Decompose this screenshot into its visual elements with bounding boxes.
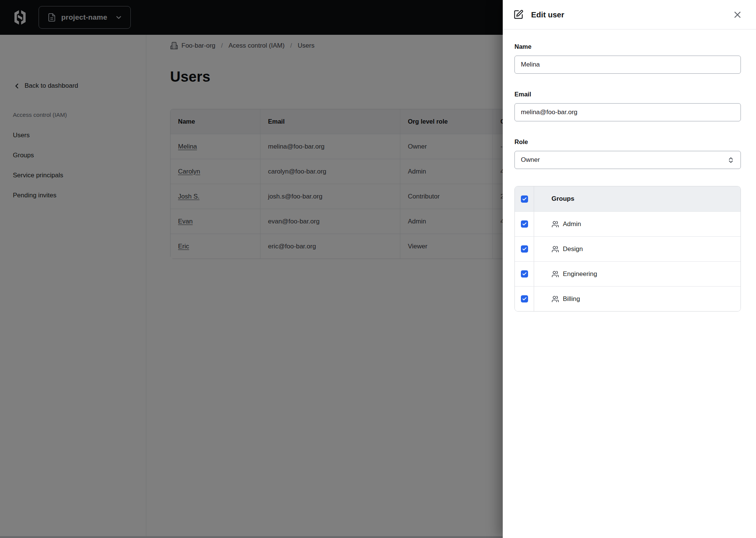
group-row: Engineering	[515, 261, 741, 286]
email-field[interactable]	[514, 103, 741, 121]
select-all-groups-checkbox[interactable]	[521, 195, 528, 203]
drawer-header: Edit user	[503, 0, 756, 29]
modal-dim-overlay[interactable]	[0, 0, 503, 538]
name-field[interactable]	[514, 56, 741, 74]
drawer-title: Edit user	[531, 10, 564, 19]
select-carets-icon	[727, 157, 734, 164]
drawer-body: Name Email Role Owner Gr	[503, 29, 756, 312]
group-label: Engineering	[563, 270, 597, 278]
groups-panel-title: Groups	[552, 195, 574, 203]
group-row: Billing	[515, 286, 741, 311]
group-checkbox[interactable]	[521, 245, 528, 253]
group-label: Admin	[563, 220, 581, 228]
groups-panel: Groups Admin Design	[514, 186, 741, 312]
groups-panel-body: Admin Design Engineering	[515, 211, 741, 311]
users-icon	[552, 245, 559, 253]
group-checkbox[interactable]	[521, 220, 528, 228]
group-label: Design	[563, 245, 583, 253]
groups-panel-header: Groups	[515, 186, 741, 211]
group-checkbox[interactable]	[521, 295, 528, 302]
close-icon[interactable]	[733, 11, 742, 19]
users-icon	[552, 220, 559, 228]
users-icon	[552, 295, 559, 303]
edit-user-drawer: Edit user Name Email Role Owner	[503, 0, 756, 538]
edit-pencil-icon	[513, 9, 524, 20]
name-field-label: Name	[514, 43, 741, 50]
group-checkbox[interactable]	[521, 270, 528, 278]
group-row: Design	[515, 236, 741, 261]
email-field-label: Email	[514, 91, 741, 98]
group-label: Billing	[563, 295, 580, 303]
group-row: Admin	[515, 211, 741, 236]
role-select[interactable]: Owner	[514, 151, 741, 169]
role-field-label: Role	[514, 138, 741, 146]
role-select-value: Owner	[521, 156, 540, 164]
users-icon	[552, 270, 559, 278]
